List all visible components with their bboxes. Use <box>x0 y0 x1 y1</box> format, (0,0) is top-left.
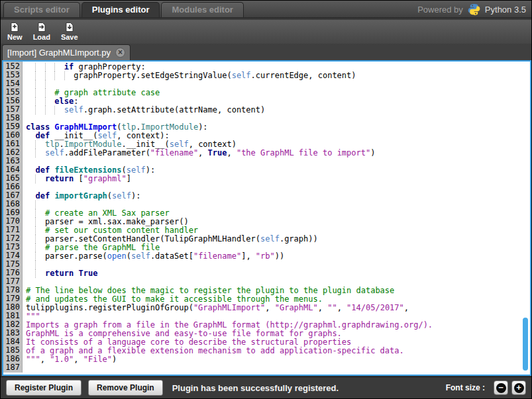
python-logo-icon <box>468 3 480 16</box>
remove-plugin-button[interactable]: Remove Plugin <box>88 380 163 396</box>
tab-plugins-editor[interactable]: Plugins editor <box>81 2 160 17</box>
indent-guide <box>35 252 36 261</box>
new-button-label: New <box>7 33 23 41</box>
code-line <box>26 261 530 269</box>
file-toolbar: New Load Save <box>1 20 531 44</box>
indent-guide <box>35 106 36 114</box>
code-line: return True <box>26 269 530 278</box>
indent-guide <box>35 71 36 80</box>
load-button[interactable]: Load <box>32 21 52 42</box>
line-number-gutter: 1521531541551561571581591601611621631641… <box>3 62 23 373</box>
code-line: parser.parse(open(self.dataSet["filename… <box>26 252 530 261</box>
python-version-label: Python 3.5 <box>485 5 526 15</box>
line-number: 187 <box>3 363 20 372</box>
indent-guide <box>45 71 46 80</box>
indent-guide <box>35 149 36 157</box>
tab-scripts-editor[interactable]: Scripts editor <box>3 2 80 17</box>
code-line <box>26 364 530 373</box>
code-line: self.graph.setAttribute(attrName, conten… <box>26 106 530 114</box>
plugins-editor-window: Scripts editor Plugins editor Modules ed… <box>0 0 532 399</box>
indent-guide <box>64 71 65 80</box>
indent-guide <box>54 106 55 114</box>
save-button-label: Save <box>61 33 78 41</box>
code-line: # graph attribute case <box>26 89 530 97</box>
file-tab-row: [Import] GraphMLImport.py × <box>1 44 531 60</box>
code-line: graphProperty.setEdgeStringValue(self.cu… <box>26 71 530 80</box>
load-file-icon <box>36 22 47 32</box>
indent-guide <box>54 71 55 80</box>
gutter-column: 1521531541551561571581591601611621631641… <box>3 62 23 375</box>
font-size-label: Font size : <box>446 383 485 392</box>
powered-by: Powered by Python 3.5 <box>417 1 526 18</box>
new-file-icon <box>9 22 20 32</box>
font-size-increase-button[interactable]: + <box>511 380 526 395</box>
plugin-status-bar: Register Plugin Remove Plugin Plugin has… <box>1 377 531 398</box>
font-size-decrease-button[interactable]: − <box>494 380 508 395</box>
file-tab-label: [Import] GraphMLImport.py <box>7 48 111 58</box>
new-button[interactable]: New <box>6 21 24 42</box>
code-lines[interactable]: if graphProperty: graphProperty.setEdgeS… <box>23 62 530 375</box>
minus-icon: − <box>496 383 506 393</box>
indent-guide <box>45 106 46 114</box>
code-line: self.addFileParameter("filename", True, … <box>26 149 530 157</box>
powered-by-label: Powered by <box>417 5 463 15</box>
close-icon[interactable]: × <box>115 48 125 58</box>
indent-guide <box>35 269 36 278</box>
code-line: """, "1.0", "File") <box>26 355 530 364</box>
code-line: tulipplugins.registerPluginOfGroup("Grap… <box>26 304 530 312</box>
plus-icon: + <box>514 383 524 393</box>
code-editor[interactable]: 1521531541551561571581591601611621631641… <box>2 60 531 376</box>
indent-guide <box>35 175 36 183</box>
vertical-scrollbar-thumb[interactable] <box>523 318 528 371</box>
register-plugin-button[interactable]: Register Plugin <box>6 380 81 396</box>
file-tab-graphmlimport[interactable]: [Import] GraphMLImport.py × <box>2 44 131 60</box>
tab-modules-editor[interactable]: Modules editor <box>161 2 243 17</box>
status-message: Plugin has been successfully registered. <box>172 383 446 393</box>
save-button[interactable]: Save <box>60 21 80 42</box>
save-file-icon <box>64 22 75 32</box>
code-line: def importGraph(self): <box>26 192 530 200</box>
code-line: return ["graphml"] <box>26 175 530 183</box>
load-button-label: Load <box>33 33 50 41</box>
